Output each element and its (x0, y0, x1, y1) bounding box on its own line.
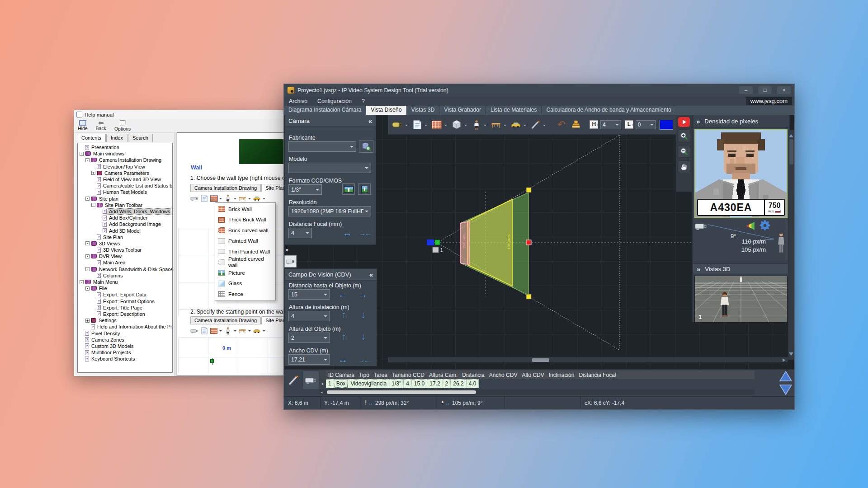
camera-position-handle[interactable] (435, 240, 440, 245)
camera-list-page-button[interactable] (284, 255, 297, 267)
tree-expander-icon[interactable] (80, 280, 84, 284)
camera-label-box[interactable] (433, 247, 439, 253)
wall-menu-item[interactable]: Brick curved wall (216, 225, 274, 236)
tree-item[interactable]: Export: Description (78, 311, 172, 317)
increase-distance-button[interactable]: → (358, 290, 368, 299)
add-siteplan-button[interactable] (410, 118, 424, 131)
tree-item[interactable]: Site Plan Toolbar (78, 202, 172, 208)
main-tab[interactable]: Calculadora de Ancho de banda y Almacena… (542, 106, 676, 115)
chevron-down-icon[interactable] (405, 125, 408, 127)
tree-expander-icon[interactable] (80, 152, 84, 156)
tree-item[interactable]: Site Plan (78, 234, 172, 240)
tree-item[interactable]: Multifloor Projects (78, 349, 172, 356)
lower-object-button[interactable]: ↓ (361, 332, 366, 341)
tree-expander-icon[interactable] (85, 197, 90, 201)
tree-item[interactable]: 3D Views (78, 240, 172, 247)
install-height-combo[interactable]: 4 (288, 311, 330, 321)
tree-item[interactable]: Settings (78, 317, 172, 324)
collapse-panel-icon[interactable]: « (368, 117, 372, 125)
tree-expander-icon[interactable] (85, 241, 90, 245)
wall-menu-item[interactable]: Picture (216, 267, 274, 278)
chevron-down-icon[interactable] (524, 125, 526, 127)
table-scroll-thumb[interactable] (327, 390, 476, 394)
view-3d-preview[interactable]: 1 (694, 276, 788, 323)
row-down-button[interactable] (779, 384, 793, 395)
column-header[interactable]: Altura Cam. (427, 372, 460, 378)
collapse-panel-icon[interactable]: « (369, 271, 373, 278)
expand-panel-icon[interactable]: » (697, 265, 700, 273)
stamp-button[interactable] (569, 118, 583, 131)
row-selector[interactable]: ▸ (320, 379, 326, 388)
wall-menu-item[interactable]: Glass (216, 278, 274, 289)
wall-menu-item[interactable]: Brick Wall (216, 204, 274, 215)
vertical-scroll-thumb[interactable] (789, 139, 793, 164)
gear-icon[interactable] (759, 219, 771, 232)
minimize-button[interactable]: – (739, 86, 753, 94)
tree-item[interactable]: Camera Parameters (78, 170, 172, 176)
close-button[interactable]: × (777, 86, 791, 94)
tree-item[interactable]: Add 3D Model (78, 227, 172, 234)
main-tab[interactable]: Diagrama Instalación Cámara (284, 106, 366, 115)
chevron-down-icon[interactable] (543, 125, 546, 127)
maximize-button[interactable]: □ (758, 86, 772, 94)
tree-item[interactable]: Export: Export Data (78, 291, 172, 298)
tree-item[interactable]: Add Box/Cylinder (78, 215, 172, 221)
add-box-button[interactable] (450, 118, 463, 131)
column-header[interactable]: Ancho CDV (487, 372, 520, 378)
tree-expander-icon[interactable] (85, 254, 90, 258)
landscape-view-button[interactable] (342, 183, 355, 195)
tree-item[interactable]: Camera Installation Drawing (78, 157, 172, 163)
tree-expander-icon[interactable] (85, 319, 90, 323)
tree-item[interactable]: Help and Information About the Program (78, 324, 172, 330)
table-cell[interactable]: Box (334, 379, 349, 388)
column-header[interactable]: Alto CDV (519, 372, 546, 378)
tree-expander-icon[interactable] (85, 267, 90, 271)
column-header[interactable]: Distancia Focal (576, 372, 618, 378)
column-header[interactable]: Tarea (372, 372, 390, 378)
chevron-down-icon[interactable] (504, 125, 506, 127)
tree-item[interactable]: 3D Views Toolbar (78, 247, 172, 253)
column-header[interactable]: ID Cámara (326, 372, 357, 378)
camera-body-marker[interactable] (427, 239, 434, 245)
main-tab[interactable]: Vista Grabador (439, 106, 486, 115)
camera-list-button[interactable] (303, 371, 319, 389)
hide-button[interactable]: Hide (78, 120, 88, 131)
main-tab[interactable]: Vistas 3D (406, 106, 439, 115)
main-tab[interactable]: Vista Diseño (366, 106, 406, 115)
widen-fov-width-button[interactable]: ↔ (338, 355, 348, 364)
table-cell[interactable]: 17.2 (427, 379, 443, 388)
height-combo[interactable]: 4 (600, 120, 621, 129)
add-wall-button[interactable] (430, 118, 443, 131)
menu-help[interactable]: ? (357, 98, 370, 104)
design-canvas[interactable]: 298 px/m 105 px/m 1 ↶ H 4 L (284, 115, 794, 369)
tree-expander-icon[interactable] (91, 203, 95, 207)
website-link[interactable]: www.jvsg.com (746, 97, 792, 105)
narrow-fov-width-button[interactable]: →← (358, 357, 370, 363)
chevron-down-icon[interactable] (444, 125, 447, 127)
level-combo[interactable]: 0 (636, 120, 656, 129)
add-camera-button[interactable] (391, 118, 404, 131)
wall-menu-item[interactable]: Painted curved wall (216, 257, 274, 268)
help-nav-tab[interactable]: Index (106, 134, 127, 142)
fov-distance-handle[interactable] (526, 240, 531, 245)
decrease-distance-button[interactable]: ← (338, 290, 348, 299)
column-header[interactable]: Distancia (460, 372, 486, 378)
tree-item[interactable]: Main Area (78, 259, 172, 266)
tree-expander-icon[interactable] (85, 286, 90, 291)
fov-top-handle[interactable] (526, 188, 531, 192)
format-combo[interactable]: 1/3" (288, 184, 322, 195)
table-cell[interactable]: 1 (326, 379, 334, 388)
wall-menu-item[interactable]: Thick Brick Wall (216, 215, 274, 225)
scroll-right-icon[interactable] (783, 358, 787, 362)
lower-camera-button[interactable]: ↓ (361, 310, 366, 319)
add-furniture-button[interactable] (489, 118, 503, 131)
menu-archivo[interactable]: Archivo (284, 98, 312, 104)
expand-panel-icon[interactable]: » (696, 117, 700, 125)
tree-item[interactable]: Network Bandwidth & Disk Space (78, 266, 172, 272)
fov-width-combo[interactable]: 17,21 (288, 354, 330, 365)
tree-item[interactable]: DVR View (78, 253, 172, 259)
video-play-button[interactable] (678, 117, 690, 127)
zoom-in-button[interactable] (678, 130, 690, 142)
table-cell[interactable]: 2 (443, 379, 451, 388)
tree-item[interactable]: Custom 3D Models (78, 343, 172, 349)
